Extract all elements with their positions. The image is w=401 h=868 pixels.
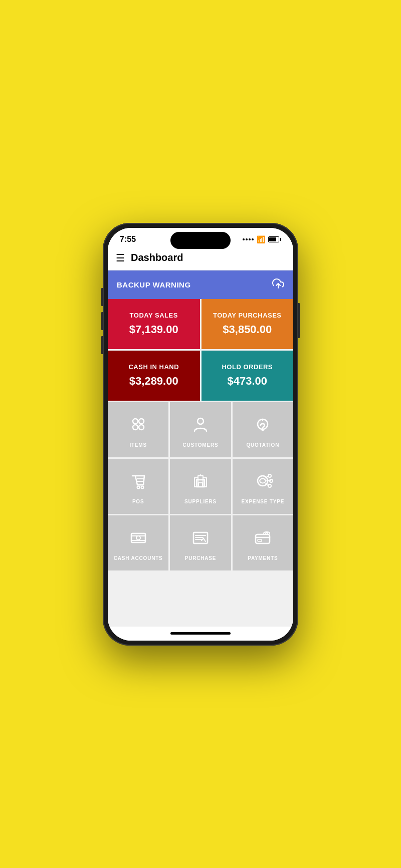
today-sales-value: $7,139.00	[129, 323, 178, 336]
svg-point-5	[197, 418, 204, 424]
items-label: ITEMS	[129, 442, 147, 448]
svg-point-1	[133, 419, 138, 424]
today-sales-card[interactable]: TODAY SALES $7,139.00	[108, 299, 200, 349]
svg-rect-33	[258, 539, 262, 541]
svg-point-8	[262, 429, 264, 431]
payments-label: PAYMENTS	[248, 555, 278, 561]
today-purchases-card[interactable]: TODAY PURCHASES $3,850.00	[202, 299, 294, 349]
menu-icon[interactable]: ☰	[116, 252, 125, 264]
menu-grid: ITEMS CUSTOMERS	[108, 402, 293, 570]
app-header: ☰ Dashboard	[108, 248, 293, 270]
home-indicator	[108, 627, 293, 641]
cash-in-hand-card[interactable]: CASH IN HAND $3,289.00	[108, 351, 200, 401]
svg-point-27	[136, 536, 140, 540]
menu-item-suppliers[interactable]: SUPPLIERS	[170, 459, 231, 514]
expense-type-label: EXPENSE TYPE	[241, 499, 284, 504]
pos-label: POS	[132, 499, 144, 504]
suppliers-label: SUPPLIERS	[184, 499, 217, 504]
menu-item-customers[interactable]: CUSTOMERS	[170, 402, 231, 457]
svg-rect-24	[131, 533, 145, 542]
menu-item-items[interactable]: ITEMS	[108, 402, 168, 457]
cash-in-hand-value: $3,289.00	[129, 375, 178, 388]
cash-accounts-label: CASH ACCOUNTS	[114, 555, 163, 561]
page-title: Dashboard	[131, 252, 183, 263]
stats-grid: TODAY SALES $7,139.00 TODAY PURCHASES $3…	[108, 299, 293, 401]
pos-icon	[128, 471, 148, 494]
menu-item-cash-accounts[interactable]: CASH ACCOUNTS	[108, 515, 168, 570]
svg-point-4	[139, 425, 144, 430]
phone-screen: 7:55 📶 ☰ Dashboard	[108, 228, 293, 641]
cash-accounts-icon	[128, 527, 148, 550]
backup-warning-text: BACKUP WARNING	[117, 280, 191, 289]
today-purchases-value: $3,850.00	[223, 323, 272, 336]
today-purchases-label: TODAY PURCHASES	[213, 312, 282, 319]
svg-rect-32	[256, 534, 270, 543]
menu-item-quotation[interactable]: QUOTATION	[233, 402, 293, 457]
svg-point-3	[133, 425, 138, 430]
backup-warning-banner[interactable]: BACKUP WARNING	[108, 270, 293, 299]
suppliers-icon	[190, 471, 211, 494]
purchase-label: PURCHASE	[185, 555, 217, 561]
status-icons: 📶	[243, 235, 281, 243]
payments-icon	[253, 527, 273, 550]
hold-orders-value: $473.00	[227, 375, 267, 388]
svg-point-10	[141, 486, 143, 489]
battery-icon	[268, 236, 281, 242]
hold-orders-label: HOLD ORDERS	[222, 363, 273, 371]
svg-point-21	[268, 474, 271, 477]
menu-item-payments[interactable]: PAYMENTS	[233, 515, 293, 570]
quotation-icon	[253, 414, 273, 437]
main-content: BACKUP WARNING TODAY SALES $7,139.00 TOD…	[108, 270, 293, 627]
today-sales-label: TODAY SALES	[130, 312, 178, 319]
menu-item-pos[interactable]: POS	[108, 459, 168, 514]
wifi-icon: 📶	[257, 235, 265, 243]
phone-frame: 7:55 📶 ☰ Dashboard	[103, 223, 298, 646]
svg-point-23	[268, 484, 271, 487]
quotation-label: QUOTATION	[246, 442, 279, 448]
svg-point-2	[139, 419, 144, 424]
dynamic-island	[170, 232, 231, 249]
expense-type-icon	[253, 471, 273, 494]
cash-in-hand-label: CASH IN HAND	[128, 363, 179, 371]
customers-icon	[190, 414, 211, 437]
hold-orders-card[interactable]: HOLD ORDERS $473.00	[202, 351, 294, 401]
svg-point-9	[137, 486, 139, 489]
home-bar	[170, 632, 231, 635]
signal-icon	[243, 238, 254, 240]
cloud-upload-icon	[272, 277, 284, 292]
customers-label: CUSTOMERS	[183, 442, 219, 448]
menu-item-purchase[interactable]: PURCHASE	[170, 515, 231, 570]
menu-item-expense-type[interactable]: EXPENSE TYPE	[233, 459, 293, 514]
status-time: 7:55	[120, 235, 136, 244]
items-icon	[128, 414, 148, 437]
purchase-icon	[190, 527, 211, 550]
